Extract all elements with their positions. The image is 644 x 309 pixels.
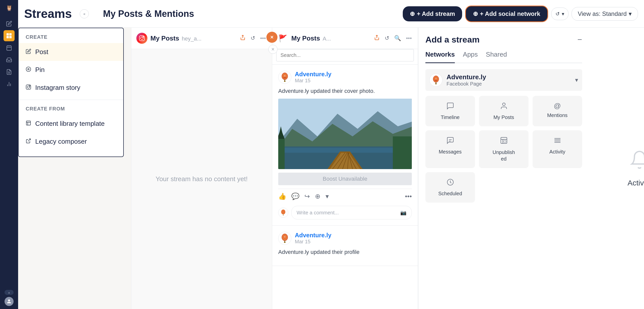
stream-type-unpublished[interactable]: Unpublished [479, 130, 529, 168]
extra-action-button[interactable]: ••• [405, 192, 412, 200]
stream-type-timeline[interactable]: Timeline [425, 96, 475, 126]
column-2-search-input[interactable] [276, 49, 414, 61]
stream-column-instagram: × × My Posts hey_a... ↺ ••• [131, 28, 272, 309]
refresh-icon: ↺ [555, 11, 560, 17]
sidebar-item-planner[interactable] [4, 42, 15, 53]
svg-point-50 [435, 78, 437, 79]
sidebar-item-publisher[interactable] [4, 66, 15, 78]
user-avatar[interactable] [5, 297, 14, 306]
column-2-more-icon[interactable]: ••• [405, 34, 413, 43]
svg-point-51 [502, 103, 505, 106]
column-2-share-icon[interactable] [373, 34, 381, 43]
post-2-text: Adventure.ly updated their profile [278, 248, 412, 256]
stream-type-scheduled[interactable]: Scheduled [425, 172, 475, 203]
post-1-author: Adventure.ly [295, 71, 331, 78]
my-posts-title: My Posts & Mentions [103, 9, 194, 19]
column-1-share-icon[interactable] [239, 34, 247, 43]
network-logo [429, 73, 442, 87]
view-as-button[interactable]: View as: Standard ▾ [572, 7, 638, 21]
sidebar-item-analytics[interactable] [4, 79, 15, 90]
add-stream-close-button[interactable]: − [577, 35, 582, 44]
svg-rect-42 [278, 139, 285, 169]
column-1-refresh-icon[interactable]: ↺ [250, 34, 256, 43]
minimize-column-button[interactable]: × [268, 45, 277, 54]
content-library-label: Content library template [35, 120, 105, 128]
add-stream-button[interactable]: ⊕ + Add stream [403, 6, 462, 21]
create-instagram-story-item[interactable]: Instagram story [19, 79, 123, 97]
boost-button[interactable]: Boost Unavailable [278, 173, 412, 185]
post-1-author-info: Adventure.ly Mar 15 [295, 71, 331, 84]
divider [19, 100, 123, 100]
more-action-button[interactable]: ▾ [326, 192, 329, 200]
svg-rect-4 [7, 36, 9, 38]
add-stream-header: Add a stream − [425, 35, 582, 45]
stream-type-messages[interactable]: Messages [425, 130, 475, 168]
add-stream-label: + Add stream [417, 10, 455, 17]
svg-point-46 [281, 209, 286, 214]
activity-panel-label: Activity [627, 179, 644, 187]
create-pin-label: Pin [35, 66, 45, 74]
column-2-header: 🚩 My Posts A... ↺ 🔍 ••• [272, 28, 418, 49]
post-1-actions: 👍 💬 ↪ ⊕ ▾ ••• [278, 189, 412, 202]
content-library-icon [26, 120, 31, 127]
column-2-content: Adventure.ly Mar 15 Adventure.ly updated… [272, 65, 418, 309]
create-from-title: CREATE FROM [19, 103, 123, 115]
post-card-1: Adventure.ly Mar 15 Adventure.ly updated… [272, 65, 418, 226]
svg-point-23 [141, 37, 143, 40]
sidebar-expand-button[interactable]: ▲ [5, 290, 14, 295]
mentions-label: Mentions [547, 112, 568, 118]
create-post-item[interactable]: Post [19, 43, 123, 61]
stream-column-facebook: 🚩 My Posts A... ↺ 🔍 ••• [272, 28, 418, 309]
svg-rect-6 [7, 46, 11, 50]
boost-action-button[interactable]: ⊕ [315, 192, 320, 200]
streams-title: Streams [24, 7, 72, 21]
comment-area: Write a comment... 📷 [278, 206, 412, 219]
header-actions: ⊕ + Add stream ⊕ + Add social network ↺ … [403, 6, 638, 22]
add-stream-plus-icon: ⊕ [410, 10, 415, 17]
tab-apps[interactable]: Apps [463, 51, 478, 63]
comment-input-area[interactable]: Write a comment... 📷 [291, 206, 412, 219]
tab-shared[interactable]: Shared [486, 51, 507, 63]
column-2-search-icon[interactable]: 🔍 [393, 34, 402, 43]
tab-networks[interactable]: Networks [425, 51, 455, 63]
post-icon [26, 49, 31, 56]
stream-type-mentions[interactable]: @ Mentions [533, 96, 582, 126]
add-social-network-button[interactable]: ⊕ + Add social network [465, 6, 548, 22]
camera-icon: 📷 [400, 210, 407, 216]
stream-type-activity[interactable]: Activity [533, 130, 582, 168]
main-content: Streams « My Posts & Mentions ⊕ + Add st… [18, 0, 644, 309]
post-1-text: Adventure.ly updated their cover photo. [278, 87, 412, 95]
column-2-refresh-icon[interactable]: ↺ [384, 34, 390, 43]
sidebar-item-streams[interactable] [4, 30, 15, 41]
sidebar-item-inbox[interactable] [4, 54, 15, 65]
comment-avatar [278, 208, 288, 218]
close-column-button[interactable]: × [266, 32, 277, 43]
svg-rect-3 [9, 33, 12, 35]
refresh-button[interactable]: ↺ ▾ [551, 8, 569, 20]
post-2-avatar [278, 232, 291, 245]
stream-type-my-posts[interactable]: My Posts [479, 96, 529, 126]
post-card-2: Adventure.ly Mar 15 Adventure.ly updated… [272, 226, 418, 266]
network-name: Adventure.ly [447, 73, 486, 81]
activity-bell-icon [629, 150, 644, 175]
content-library-template-item[interactable]: Content library template [19, 115, 123, 133]
column-1-more-icon[interactable]: ••• [259, 34, 267, 43]
collapse-button[interactable]: « [80, 9, 89, 18]
legacy-composer-item[interactable]: Legacy composer [19, 133, 123, 150]
legacy-composer-label: Legacy composer [35, 138, 87, 145]
header: Streams « My Posts & Mentions ⊕ + Add st… [18, 0, 644, 28]
column-2-subtitle: A... [323, 35, 331, 42]
like-button[interactable]: 👍 [278, 192, 286, 200]
network-chevron-icon: ▾ [575, 76, 578, 84]
svg-text:🦉: 🦉 [6, 5, 13, 11]
sidebar-item-compose[interactable] [4, 18, 15, 29]
create-pin-item[interactable]: Pin [19, 61, 123, 79]
post-1-avatar [278, 71, 291, 84]
post-1-date: Mar 15 [295, 78, 331, 84]
comment-button[interactable]: 💬 [291, 192, 299, 200]
share-action-button[interactable]: ↪ [304, 192, 310, 200]
svg-point-19 [29, 85, 30, 86]
network-account-selector[interactable]: Adventure.ly Facebook Page ▾ [425, 69, 582, 91]
column-1-subtitle: hey_a... [182, 35, 202, 42]
add-network-label: + Add social network [480, 10, 540, 17]
